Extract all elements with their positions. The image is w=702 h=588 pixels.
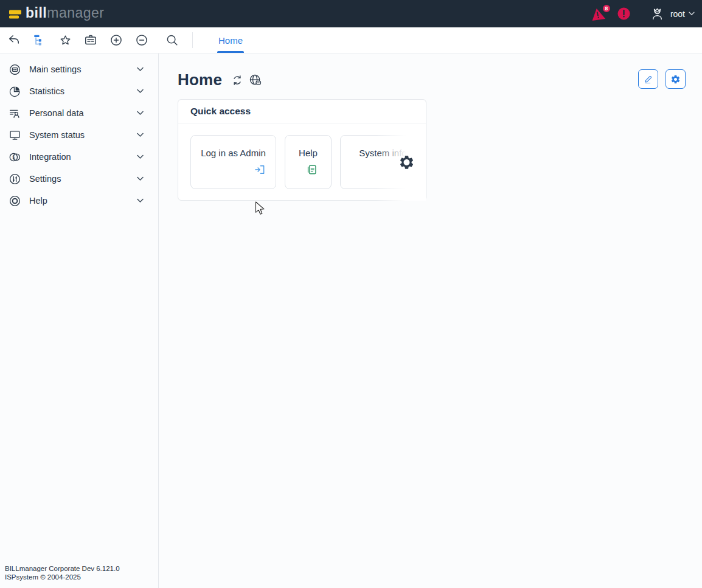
quick-access-title: Quick access xyxy=(190,106,251,117)
tile-content: Log in as Admin xyxy=(201,148,266,176)
zoom-in-icon xyxy=(109,33,123,47)
chevron-down-icon xyxy=(137,154,144,159)
tasks-icon xyxy=(84,33,97,47)
globe-settings-icon xyxy=(9,63,21,76)
chevron-down-icon xyxy=(137,89,144,94)
quick-access-card: Quick access Log in as Admin Help xyxy=(178,99,426,201)
tile-label: Help xyxy=(299,148,318,158)
user-name: root xyxy=(670,9,685,19)
chevron-down-icon xyxy=(137,198,144,203)
billmanager-logo[interactable]: billmanager xyxy=(9,6,105,21)
zoom-in-button[interactable] xyxy=(109,33,123,47)
toolbar: Home xyxy=(0,27,702,54)
person-list-icon xyxy=(9,107,21,120)
tree-view-icon xyxy=(33,33,46,47)
warnings-button[interactable]: 8 xyxy=(589,7,606,21)
warning-count-badge: 8 xyxy=(602,4,611,13)
chevron-down-icon xyxy=(137,67,144,72)
gear-icon xyxy=(398,154,415,170)
alert-circle-icon xyxy=(617,7,630,20)
tile-content: Help xyxy=(299,148,318,176)
sidebar-item-statistics[interactable]: Statistics xyxy=(0,80,158,102)
version-line: BILLmanager Corporate Dev 6.121.0 xyxy=(5,564,120,573)
sidebar-item-label: Statistics xyxy=(29,86,64,96)
header-right: 8 root xyxy=(589,7,695,21)
sidebar-item-system-status[interactable]: System status xyxy=(0,124,158,146)
sidebar-item-label: Settings xyxy=(29,174,61,184)
zoom-out-icon xyxy=(135,33,148,47)
search-button[interactable] xyxy=(165,33,179,47)
sidebar-item-label: Help xyxy=(29,196,47,206)
pencil-icon xyxy=(644,74,653,84)
sidebar-item-help[interactable]: Help xyxy=(0,190,158,212)
copyright-line: ISPsystem © 2004-2025 xyxy=(5,573,120,581)
tab-bar: Home xyxy=(217,27,244,53)
user-menu[interactable]: root xyxy=(650,7,695,21)
tile-label: Log in as Admin xyxy=(201,148,266,158)
toolbar-divider xyxy=(192,32,193,48)
page-title: Home xyxy=(178,71,222,89)
main-content: Home xyxy=(159,54,702,588)
tree-view-button[interactable] xyxy=(33,33,46,47)
favorites-button[interactable] xyxy=(58,33,72,47)
chevron-down-icon xyxy=(137,176,144,181)
app-header: billmanager 8 root xyxy=(0,0,702,27)
globe-icon xyxy=(249,74,262,86)
refresh-icon xyxy=(231,74,243,86)
sidebar-item-label: System status xyxy=(29,130,85,140)
sliders-icon xyxy=(9,173,21,185)
logo-bold: bill xyxy=(26,5,47,21)
logo-text: billmanager xyxy=(26,6,105,21)
page-title-row: Home xyxy=(178,71,262,89)
tasks-button[interactable] xyxy=(84,33,97,47)
sidebar-item-label: Main settings xyxy=(29,64,81,74)
sidebar-item-settings[interactable]: Settings xyxy=(0,168,158,190)
gear-icon xyxy=(670,74,681,85)
favorites-star-icon xyxy=(59,34,72,47)
configure-quick-access-button[interactable] xyxy=(398,154,415,170)
sidebar: Main settings Statistics Personal data S… xyxy=(0,54,159,588)
login-icon xyxy=(254,164,266,176)
user-crown-icon xyxy=(650,7,665,21)
dashboard-settings-button[interactable] xyxy=(666,69,686,89)
back-icon xyxy=(7,33,21,47)
chevron-down-icon xyxy=(137,133,144,137)
toolbar-icons xyxy=(0,27,185,53)
sidebar-item-integration[interactable]: $ Integration xyxy=(0,146,158,168)
chevron-down-icon xyxy=(137,111,144,116)
alerts-button[interactable] xyxy=(617,7,630,20)
sidebar-item-main-settings[interactable]: Main settings xyxy=(0,58,158,80)
tile-help[interactable]: Help xyxy=(285,135,332,189)
monitor-icon xyxy=(9,129,21,142)
logo-light: manager xyxy=(47,5,104,21)
quick-access-header: Quick access xyxy=(178,100,426,123)
refresh-button[interactable] xyxy=(231,74,243,86)
sidebar-item-personal-data[interactable]: Personal data xyxy=(0,102,158,124)
edit-dashboard-button[interactable] xyxy=(638,69,658,89)
tile-login-as-admin[interactable]: Log in as Admin xyxy=(190,135,276,189)
pie-chart-icon xyxy=(9,85,21,98)
ring-icon xyxy=(9,195,21,207)
svg-text:$: $ xyxy=(13,154,15,159)
zoom-out-button[interactable] xyxy=(135,33,148,47)
sidebar-item-label: Personal data xyxy=(29,108,83,118)
sidebar-item-label: Integration xyxy=(29,152,71,162)
overlapping-coins-icon: $ xyxy=(9,151,21,164)
quick-access-tiles: Log in as Admin Help xyxy=(178,123,426,201)
search-icon xyxy=(165,33,179,47)
back-button[interactable] xyxy=(7,33,21,47)
site-link-button[interactable] xyxy=(249,74,262,86)
page-actions xyxy=(638,69,686,89)
chevron-down-icon xyxy=(689,12,695,16)
logo-bars-icon xyxy=(9,9,22,19)
version-footer: BILLmanager Corporate Dev 6.121.0 ISPsys… xyxy=(5,564,120,581)
tab-home[interactable]: Home xyxy=(217,27,244,53)
document-icon xyxy=(306,164,318,176)
